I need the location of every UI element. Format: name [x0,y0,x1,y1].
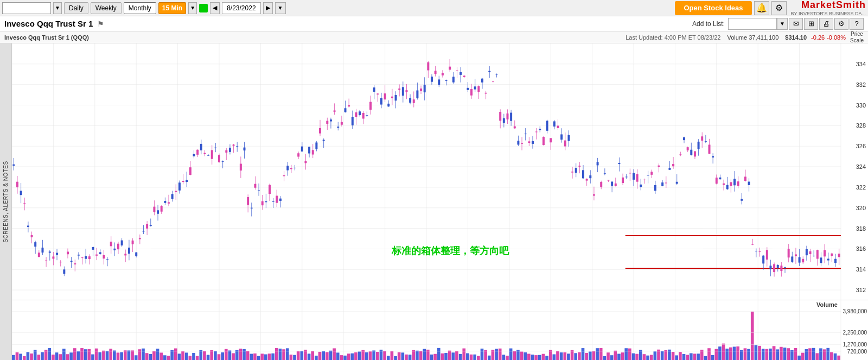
status-ticker: Invesco Qqq Trust Sr 1 (QQQ) [4,34,89,41]
sidebar-label: SCREENS, ALERTS & NOTES [3,161,9,242]
change-display: -0.26 [811,34,825,41]
add-to-list-label: Add to List: [692,20,725,28]
nav-down-button[interactable]: ▼ [275,2,286,14]
ticker-dropdown-arrow[interactable]: ▼ [53,2,62,14]
print-icon[interactable]: 🖨 [819,18,833,30]
flag-icon[interactable]: ⚑ [97,20,104,28]
sidebar-tab[interactable]: SCREENS, ALERTS & NOTES [0,43,12,360]
volume-title: Volume [816,301,838,308]
toolbar: QQQ ▼ Daily Weekly Monthly 15 Min ▼ ◀ 8/… [0,0,868,16]
volume-display: Volume 37,411,100 [727,34,778,41]
volume-chart[interactable]: Volume [12,300,868,360]
volume-canvas [12,300,868,360]
monthly-button[interactable]: Monthly [124,2,156,14]
price-display: $314.10 [785,34,807,41]
price-scale-label: PriceScale [850,31,864,44]
nav-prev-button[interactable]: ◀ [210,2,220,14]
title-row: Invesco Qqq Trust Sr 1 ⚑ Add to List: ma… [0,16,868,31]
stock-title: Invesco Qqq Trust Sr 1 [4,19,93,28]
main-container: SCREENS, ALERTS & NOTES 标准的箱体整理，等方向吧 Vol… [0,43,868,360]
date-display: 8/23/2022 [222,2,260,14]
email-icon[interactable]: ✉ [789,18,803,30]
open-stock-ideas-button[interactable]: Open Stock Ideas [675,1,751,15]
chart-container: 标准的箱体整理，等方向吧 Volume [12,43,868,360]
gear-icon[interactable]: ⚙ [771,1,787,15]
nav-next-button[interactable]: ▶ [263,2,273,14]
price-chart[interactable]: 标准的箱体整理，等方向吧 [12,43,868,300]
last-updated: Last Updated: 4:00 PM ET 08/23/22 [626,34,720,41]
interval-dropdown-arrow[interactable]: ▼ [188,2,197,14]
price-canvas [12,43,868,300]
daily-button[interactable]: Daily [64,2,88,14]
status-row: Invesco Qqq Trust Sr 1 (QQQ) Last Update… [0,31,868,43]
interval-button[interactable]: 15 Min [158,2,186,14]
pct-change-display: -0.08% [827,34,846,41]
list-dropdown-arrow[interactable]: ▼ [777,18,788,30]
settings-icon[interactable]: ⚙ [834,18,848,30]
help-icon[interactable]: ? [850,18,864,30]
green-status-dot [199,4,208,12]
ticker-input[interactable]: QQQ [2,2,51,14]
grid-icon[interactable]: ⊞ [804,18,818,30]
marketsmith-logo: MarketSmith BY INVESTOR'S BUSINESS DA... [791,0,866,16]
weekly-button[interactable]: Weekly [91,2,122,14]
list-input[interactable]: mark [728,18,777,30]
bell-icon[interactable]: 🔔 [754,1,769,15]
